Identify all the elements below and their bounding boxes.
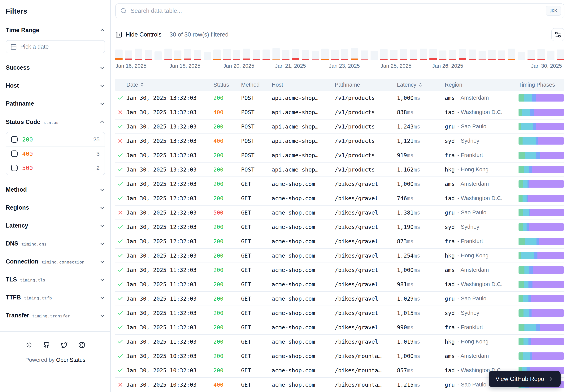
histogram-bar[interactable]	[233, 48, 240, 60]
histogram-bar[interactable]	[154, 48, 162, 60]
status-option-400[interactable]: 4003	[6, 146, 105, 161]
histogram-bar[interactable]	[135, 48, 142, 60]
table-row[interactable]: Jan 30, 2025 11:32:03200GETacme-shop.com…	[115, 335, 564, 349]
twitter-link-button[interactable]	[61, 341, 68, 348]
sidebar-section-host[interactable]: Host	[6, 82, 105, 89]
table-row[interactable]: Jan 30, 2025 12:32:03500GETacme-shop.com…	[115, 206, 564, 220]
histogram-bar[interactable]	[213, 48, 221, 60]
status-option-200[interactable]: 20025	[6, 132, 105, 146]
sidebar-section-connection[interactable]: Connectiontiming.connection	[6, 258, 105, 265]
histogram-bar[interactable]	[341, 48, 348, 60]
sidebar-section-latency[interactable]: Latency	[6, 222, 105, 229]
histogram-bar[interactable]	[430, 48, 437, 60]
histogram-bar[interactable]	[282, 48, 290, 60]
histogram-bar[interactable]	[125, 48, 132, 60]
histogram-bar[interactable]	[115, 48, 123, 60]
histogram-bar[interactable]	[390, 48, 398, 60]
histogram-bar[interactable]	[321, 48, 329, 60]
histogram-bar[interactable]	[145, 48, 152, 60]
section-status-code[interactable]: Status Code status	[6, 119, 105, 126]
github-link-button[interactable]	[43, 341, 50, 348]
view-github-repo-button[interactable]: View GitHub Repo	[489, 371, 561, 387]
status-option-500[interactable]: 5002	[6, 161, 105, 175]
table-row[interactable]: Jan 30, 2025 12:32:03200GETacme-shop.com…	[115, 177, 564, 191]
histogram-bar[interactable]	[371, 48, 378, 60]
sidebar-section-ttfb[interactable]: TTFBtiming.ttfb	[6, 294, 105, 301]
histogram-bar[interactable]	[351, 48, 358, 60]
histogram-bar[interactable]	[174, 48, 181, 60]
histogram-bar[interactable]	[439, 48, 446, 60]
histogram-bar[interactable]	[272, 48, 280, 60]
histogram-bar[interactable]	[420, 48, 427, 60]
histogram-bar[interactable]	[469, 48, 476, 60]
cell-method: POST	[241, 166, 272, 173]
table-row[interactable]: Jan 30, 2025 11:32:03200GETacme-shop.com…	[115, 320, 564, 335]
histogram-bar[interactable]	[263, 48, 270, 60]
table-row[interactable]: Jan 30, 2025 11:32:03200GETacme-shop.com…	[115, 277, 564, 292]
table-row[interactable]: Jan 30, 2025 11:32:03200GETacme-shop.com…	[115, 292, 564, 306]
table-row[interactable]: Jan 30, 2025 13:32:03200POSTapi.acme-sho…	[115, 120, 564, 134]
histogram-bar[interactable]	[204, 48, 211, 60]
section-time-range[interactable]: Time Range	[6, 27, 105, 34]
column-header-date[interactable]: Date	[126, 82, 213, 88]
table-row[interactable]: Jan 30, 2025 13:32:03200POSTapi.acme-sho…	[115, 163, 564, 177]
section-label: Connection	[6, 258, 38, 265]
histogram-bar[interactable]	[459, 48, 466, 60]
checkbox[interactable]	[11, 151, 18, 157]
sidebar-section-tls[interactable]: TLStiming.tls	[6, 276, 105, 283]
table-row[interactable]: Jan 30, 2025 13:32:03200POSTapi.acme-sho…	[115, 148, 564, 163]
sidebar-section-dns[interactable]: DNStiming.dns	[6, 240, 105, 247]
table-row[interactable]: Jan 30, 2025 13:32:03400POSTapi.acme-sho…	[115, 134, 564, 148]
histogram-bar[interactable]	[538, 48, 545, 60]
histogram-bar[interactable]	[243, 48, 250, 60]
histogram-bar[interactable]	[508, 48, 515, 60]
histogram-bar[interactable]	[498, 48, 505, 60]
histogram-bar[interactable]	[488, 48, 496, 60]
histogram-bar[interactable]	[547, 48, 555, 60]
table-row[interactable]: Jan 30, 2025 13:32:03400POSTapi.acme-sho…	[115, 105, 564, 120]
histogram-bar[interactable]	[165, 48, 172, 60]
website-link-button[interactable]	[78, 341, 85, 348]
table-row[interactable]: Jan 30, 2025 12:32:03200GETacme-shop.com…	[115, 249, 564, 263]
histogram-bar[interactable]	[184, 48, 191, 60]
table-row[interactable]: Jan 30, 2025 11:32:03200GETacme-shop.com…	[115, 263, 564, 277]
sidebar-section-regions[interactable]: Regions	[6, 204, 105, 211]
histogram-bar[interactable]	[331, 48, 339, 60]
sidebar-section-pathname[interactable]: Pathname	[6, 100, 105, 107]
checkbox[interactable]	[11, 136, 18, 143]
column-header-latency[interactable]: Latency	[397, 82, 445, 88]
region-city: - Amsterdam	[457, 95, 489, 101]
table-row[interactable]: Jan 30, 2025 12:32:03200GETacme-shop.com…	[115, 234, 564, 249]
histogram-bar[interactable]	[361, 48, 368, 60]
sidebar-section-method[interactable]: Method	[6, 186, 105, 193]
view-options-button[interactable]	[551, 28, 564, 41]
histogram-bar[interactable]	[380, 48, 388, 60]
table-row[interactable]: Jan 30, 2025 11:32:03200GETacme-shop.com…	[115, 306, 564, 320]
openstatus-link[interactable]: OpenStatus	[56, 357, 85, 363]
histogram-bar[interactable]	[518, 48, 525, 60]
histogram-bar[interactable]	[557, 48, 564, 60]
histogram-bar[interactable]	[223, 48, 231, 60]
histogram-bar[interactable]	[302, 48, 309, 60]
table-row[interactable]: Jan 30, 2025 12:32:03200GETacme-shop.com…	[115, 191, 564, 206]
theme-toggle-button[interactable]	[26, 341, 32, 348]
table-row[interactable]: Jan 30, 2025 12:32:03200GETacme-shop.com…	[115, 220, 564, 234]
sidebar-section-transfer[interactable]: Transfertiming.transfer	[6, 312, 105, 319]
sidebar-section-success[interactable]: Success	[6, 64, 105, 71]
histogram-bar[interactable]	[527, 48, 535, 60]
table-row[interactable]: Jan 30, 2025 10:32:03200GETacme-shop.com…	[115, 349, 564, 363]
histogram-bar[interactable]	[194, 48, 201, 60]
histogram-bar[interactable]	[479, 48, 486, 60]
histogram-bar[interactable]	[400, 48, 407, 60]
histogram-bar[interactable]	[312, 48, 319, 60]
search-input[interactable]: Search data table... ⌘K	[115, 3, 564, 18]
column-header-region: Region	[445, 82, 518, 88]
histogram-bar[interactable]	[253, 48, 260, 60]
histogram-bar[interactable]	[292, 48, 299, 60]
histogram-bar[interactable]	[410, 48, 417, 60]
hide-controls-button[interactable]: Hide Controls	[115, 31, 162, 38]
date-picker-input[interactable]: Pick a date	[6, 40, 105, 53]
table-row[interactable]: Jan 30, 2025 13:32:03200POSTapi.acme-sho…	[115, 91, 564, 105]
checkbox[interactable]	[11, 165, 18, 171]
histogram-bar[interactable]	[449, 48, 456, 60]
